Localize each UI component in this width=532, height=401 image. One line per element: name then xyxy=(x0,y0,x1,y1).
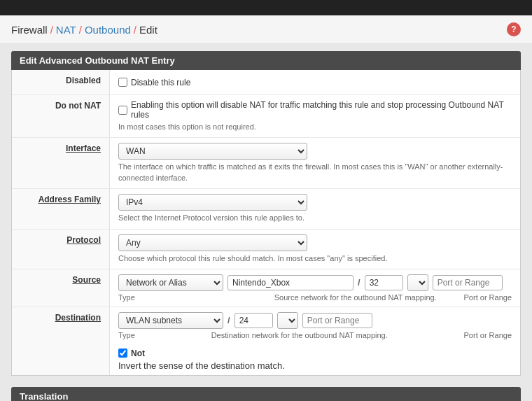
content-interface: WAN LAN OPT1 The interface on which traf… xyxy=(110,138,520,188)
disabled-checkbox-text: Disable this rule xyxy=(131,78,190,87)
do-not-nat-hint1: Enabling this option will disable NAT fo… xyxy=(131,100,512,120)
help-icon[interactable]: ? xyxy=(507,22,521,36)
not-checkbox-row[interactable]: Not xyxy=(118,349,285,358)
label-do-not-nat: Do not NAT xyxy=(12,95,110,137)
row-source: Source Network or Alias Any LAN subnet /… xyxy=(12,269,520,307)
row-address-family: Address Family IPv4 IPv6 IPv4+IPv6 Selec… xyxy=(12,189,520,229)
content-do-not-nat: Enabling this option will disable NAT fo… xyxy=(110,95,520,137)
breadcrumb-edit: Edit xyxy=(139,24,158,36)
dest-hint: Destination network for the outbound NAT… xyxy=(211,331,388,339)
breadcrumb-sep3: / xyxy=(134,24,136,36)
source-type-label: Type xyxy=(118,293,135,302)
row-interface: Interface WAN LAN OPT1 The interface on … xyxy=(12,138,520,189)
dest-prefix-select[interactable]: ▼ xyxy=(277,312,298,329)
form-table-1: Disabled Disable this rule Do not NAT En… xyxy=(11,70,521,376)
not-hint: Invert the sense of the destination matc… xyxy=(118,360,285,371)
address-family-hint: Select the Internet Protocol version thi… xyxy=(118,213,512,223)
label-address-family: Address Family xyxy=(12,189,110,228)
source-row: Network or Alias Any LAN subnet / ▼ xyxy=(118,274,512,291)
do-not-nat-checkbox[interactable] xyxy=(118,106,127,115)
address-family-select[interactable]: IPv4 IPv6 IPv4+IPv6 xyxy=(118,194,307,211)
breadcrumb: Firewall / NAT / Outbound / Edit xyxy=(11,24,158,36)
destination-row: WLAN subnets Any LAN subnet Network or A… xyxy=(118,312,512,329)
row-disabled: Disabled Disable this rule xyxy=(12,70,520,95)
not-label: Not xyxy=(131,349,145,358)
do-not-nat-checkbox-label[interactable]: Enabling this option will disable NAT fo… xyxy=(118,100,512,120)
breadcrumb-sep1: / xyxy=(50,24,53,36)
content-address-family: IPv4 IPv6 IPv4+IPv6 Select the Internet … xyxy=(110,189,520,228)
source-type-select[interactable]: Network or Alias Any LAN subnet xyxy=(118,274,223,291)
content-protocol: Any TCP UDP TCP/UDP ICMP Choose which pr… xyxy=(110,230,520,269)
breadcrumb-nat[interactable]: NAT xyxy=(56,24,76,36)
breadcrumb-outbound[interactable]: Outbound xyxy=(85,24,131,36)
dest-port-range[interactable] xyxy=(302,313,372,328)
label-protocol: Protocol xyxy=(12,230,110,269)
source-prefix-select[interactable]: ▼ xyxy=(407,274,428,291)
top-bar xyxy=(0,0,532,15)
source-network-hint: Source network for the outbound NAT mapp… xyxy=(274,293,437,302)
destination-type-select[interactable]: WLAN subnets Any LAN subnet Network or A… xyxy=(118,312,223,329)
disabled-checkbox[interactable] xyxy=(118,78,127,87)
content-disabled: Disable this rule xyxy=(110,70,520,94)
source-type-row: Type Source network for the outbound NAT… xyxy=(118,293,512,302)
content-source: Network or Alias Any LAN subnet / ▼ Type xyxy=(110,269,520,307)
content-destination: WLAN subnets Any LAN subnet Network or A… xyxy=(110,307,520,344)
breadcrumb-sep2: / xyxy=(79,24,82,36)
breadcrumb-firewall: Firewall xyxy=(11,24,48,36)
not-checkbox[interactable] xyxy=(118,349,127,358)
source-port-range[interactable] xyxy=(433,275,503,290)
dest-type-label: Type xyxy=(118,331,135,339)
dest-prefix-input[interactable] xyxy=(234,313,273,328)
row-protocol: Protocol Any TCP UDP TCP/UDP ICMP Choose… xyxy=(12,230,520,269)
label-interface: Interface xyxy=(12,138,110,188)
dest-port-hint: Port or Range xyxy=(464,331,512,339)
do-not-nat-hint2: In most cases this option is not require… xyxy=(118,122,512,132)
source-value-input[interactable] xyxy=(227,275,354,290)
label-source: Source xyxy=(12,269,110,307)
dest-slash: / xyxy=(227,315,230,325)
source-port-hint: Port or Range xyxy=(464,293,512,302)
disabled-checkbox-label[interactable]: Disable this rule xyxy=(118,78,512,87)
page-container: Edit Advanced Outbound NAT Entry Disable… xyxy=(0,44,532,401)
row-destination: Destination WLAN subnets Any LAN subnet … xyxy=(12,307,520,375)
protocol-select[interactable]: Any TCP UDP TCP/UDP ICMP xyxy=(118,234,307,251)
source-prefix-input[interactable] xyxy=(365,275,403,290)
breadcrumb-bar: Firewall / NAT / Outbound / Edit ? xyxy=(0,15,532,44)
interface-hint: The interface on which traffic is matche… xyxy=(118,162,512,183)
protocol-hint: Choose which protocol this rule should m… xyxy=(118,253,512,264)
section2-header: Translation xyxy=(11,387,521,401)
interface-select[interactable]: WAN LAN OPT1 xyxy=(118,143,307,160)
label-disabled: Disabled xyxy=(12,70,110,94)
row-do-not-nat: Do not NAT Enabling this option will dis… xyxy=(12,95,520,138)
label-destination: Destination xyxy=(12,307,110,344)
section1-header: Edit Advanced Outbound NAT Entry xyxy=(11,51,521,70)
source-slash: / xyxy=(358,277,360,288)
